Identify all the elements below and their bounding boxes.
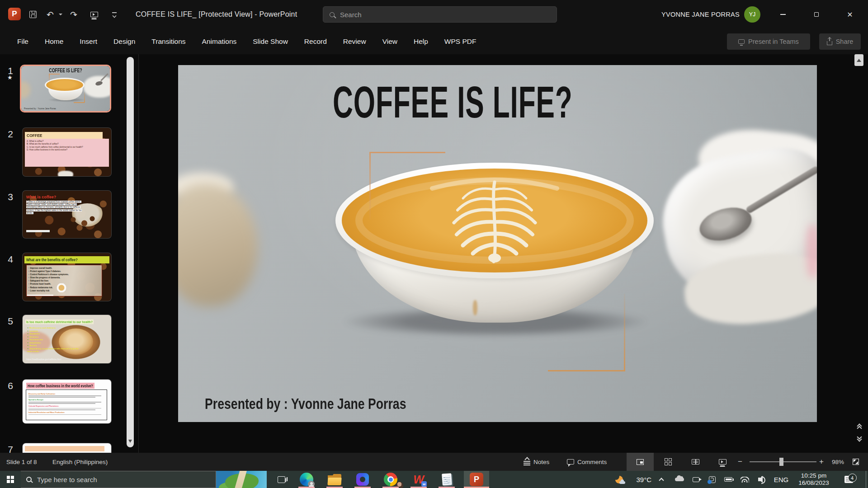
taskbar-chrome[interactable] [380, 471, 401, 488]
taskbar-powerpoint-active[interactable]: P [464, 471, 489, 488]
save-button[interactable] [25, 0, 41, 29]
reading-view-button[interactable] [682, 453, 709, 471]
slide-thumbnail-panel: 1 ★ COFFEE IS LIFE? Presented by : Yvonn… [0, 54, 138, 453]
wifi-tray-icon[interactable] [736, 471, 753, 488]
powerpoint-app-icon[interactable]: P [8, 8, 21, 20]
fit-to-window-button[interactable] [853, 453, 859, 471]
account-avatar[interactable]: YJ [744, 6, 760, 23]
show-desktop-button[interactable] [866, 471, 868, 488]
comments-icon [567, 459, 574, 465]
taskbar-file-explorer[interactable] [324, 471, 345, 488]
thumbnail-scrollbar[interactable] [127, 57, 134, 447]
thumbnail-slide-4[interactable]: What are the benefits of coffee? Improve… [23, 253, 111, 301]
search-box[interactable] [323, 6, 557, 23]
task-view-button[interactable] [270, 471, 292, 488]
meet-now-tray-icon[interactable] [688, 471, 704, 488]
title-bar: P COFFEE IS LIFE_ [Protected View] - Pow… [0, 0, 868, 29]
restore-button[interactable] [806, 0, 827, 29]
account-name[interactable]: YVONNE JANE PORRAS [661, 0, 740, 29]
taskbar-search-input[interactable] [37, 476, 186, 483]
camera-icon [693, 477, 699, 482]
start-button[interactable] [0, 471, 21, 488]
slide-number-2: 2 [5, 129, 16, 140]
normal-view-button[interactable] [627, 453, 654, 471]
thumbnail-slide-3[interactable]: What is coffee? Coffee is a beverage pre… [23, 191, 111, 238]
slideshow-view-button[interactable] [709, 453, 736, 471]
chevron-down-icon [59, 14, 62, 15]
zoom-slider[interactable] [750, 461, 816, 462]
weather-status[interactable] [606, 471, 632, 488]
taskbar-microsoft-365[interactable] [352, 471, 373, 488]
undo-dropdown[interactable] [57, 0, 64, 29]
present-in-teams-icon [738, 39, 745, 44]
undo-button[interactable] [43, 0, 57, 29]
zoom-in-button[interactable] [819, 453, 824, 471]
notification-center-button[interactable]: 4 [836, 471, 861, 488]
edge-icon [300, 473, 313, 486]
taskbar-search-box[interactable] [21, 471, 216, 488]
tab-transitions[interactable]: Transitions [151, 38, 185, 46]
battery-tray-icon[interactable] [720, 471, 736, 488]
tab-help[interactable]: Help [414, 38, 428, 46]
thumbnail-slide-5[interactable]: Is too much caffeine detrimental to our … [23, 315, 111, 363]
slide-number-4: 4 [5, 254, 16, 265]
play-animations-star-icon[interactable]: ★ [7, 74, 13, 81]
file-explorer-icon [328, 474, 341, 485]
comments-toggle[interactable]: Comments [567, 453, 607, 471]
tab-animations[interactable]: Animations [202, 38, 237, 46]
thumb4-link [27, 295, 53, 296]
thumbnail-slide-2[interactable]: COFFEE A. What is coffee? B. What are th… [23, 128, 111, 176]
tab-file[interactable]: File [17, 38, 28, 46]
thumbnail-slide-1[interactable]: COFFEE IS LIFE? Presented by : Yvonne Ja… [20, 65, 111, 113]
slide-footer-text[interactable]: Presented by : Yvonne Jane Porras [205, 395, 406, 413]
temperature[interactable]: 39°C [632, 471, 651, 488]
customize-quick-access-toolbar-button[interactable] [108, 0, 121, 29]
sync-tray-icon[interactable] [704, 471, 720, 488]
zoom-out-button[interactable] [738, 453, 742, 471]
normal-view-icon [637, 459, 644, 465]
slideshow-icon [90, 12, 98, 17]
show-hidden-icons-button[interactable] [651, 471, 671, 488]
minimize-button[interactable] [772, 0, 794, 29]
present-in-teams-button[interactable]: Present in Teams [727, 33, 810, 50]
powerpoint-window: P COFFEE IS LIFE_ [Protected View] - Pow… [0, 0, 868, 488]
next-slide-button[interactable] [854, 434, 864, 444]
slide-title[interactable]: COFFEE IS LIFE? [333, 77, 561, 127]
clock[interactable]: 10:25 pm 16/08/2023 [792, 471, 836, 488]
tab-record[interactable]: Record [304, 38, 327, 46]
tab-wps-pdf[interactable]: WPS PDF [444, 38, 476, 46]
share-button[interactable]: Share [819, 33, 861, 50]
tab-slide-show[interactable]: Slide Show [253, 38, 288, 46]
search-input[interactable] [340, 11, 530, 19]
language-status[interactable]: English (Philippines) [52, 453, 108, 471]
input-language-switcher[interactable]: ENG [771, 471, 792, 488]
slide-canvas[interactable]: COFFEE IS LIFE? Presented by : Yvonne Ja… [178, 65, 817, 422]
notes-toggle[interactable]: Notes [524, 453, 549, 471]
previous-slide-button[interactable] [854, 421, 864, 431]
tab-review[interactable]: Review [343, 38, 366, 46]
tab-home[interactable]: Home [45, 38, 63, 46]
redo-button[interactable] [66, 0, 81, 29]
news-interests-widget[interactable] [216, 471, 267, 488]
taskbar-notepad[interactable] [436, 471, 458, 488]
taskbar-wps-office[interactable]: w [408, 471, 429, 488]
thumbnail-slide-6[interactable]: How coffee business in the world evolve?… [23, 380, 111, 423]
scroll-up-button[interactable] [854, 54, 863, 66]
thumb2-title: COFFEE [27, 133, 42, 138]
tab-view[interactable]: View [382, 38, 397, 46]
taskbar-edge[interactable] [296, 471, 317, 488]
close-button[interactable] [839, 0, 861, 29]
speaker-icon [758, 478, 762, 481]
onedrive-tray-icon[interactable] [671, 471, 688, 488]
zoom-slider-thumb[interactable] [779, 458, 783, 466]
tab-design[interactable]: Design [113, 38, 135, 46]
tab-insert[interactable]: Insert [80, 38, 97, 46]
start-slideshow-button[interactable] [85, 0, 103, 29]
volume-tray-icon[interactable] [753, 471, 771, 488]
slide-sorter-view-button[interactable] [655, 453, 682, 471]
zoom-level[interactable]: 98% [832, 453, 844, 471]
thumbnail-slide-7[interactable] [23, 443, 111, 453]
time: 10:25 pm [798, 472, 829, 479]
wps-office-icon: w [412, 473, 425, 486]
taskbar-search-icon [26, 477, 32, 482]
